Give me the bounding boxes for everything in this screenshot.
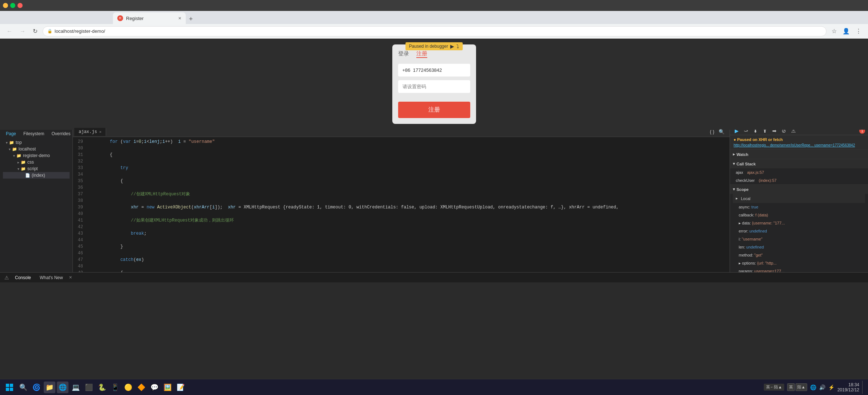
tree-item-css[interactable]: ▸ 📁 css [3,159,70,165]
scope-item-i[interactable]: i: "username" [736,235,862,243]
code-format-icon[interactable]: { } [708,128,716,136]
close-code-tab-icon[interactable]: ✕ [99,130,101,134]
folder-icon-script: 📁 [21,167,26,171]
scope-item-error[interactable]: error: undefined [736,227,862,235]
tab-title: Register [126,16,144,21]
taskbar-icon-android[interactable]: 📱 [109,382,121,393]
password-input[interactable] [398,80,470,93]
scope-item-params[interactable]: params: username=177... [736,267,862,272]
tray-icon-volume[interactable]: 🔊 [819,384,825,390]
tree-item-localhost[interactable]: ▾ 📁 localhost [3,146,70,152]
svg-rect-0 [6,384,9,387]
tabs-bar: R Register ✕ + [0,11,868,24]
scope-item-callback[interactable]: callback: f (data) [736,211,862,219]
scope-item-len[interactable]: len: undefined [736,243,862,251]
resume-icon[interactable]: ▶ [450,43,454,49]
file-tree-header: Page Filesystem Overrides » [3,130,70,138]
scope-section: ▾ Scope ▸ Local async: true callback: f … [730,185,868,272]
nav-icons: ☆ 👤 ⋮ [829,26,864,36]
im-btn-chinese[interactable]: 陌▲ [796,383,807,391]
refresh-button[interactable]: ↻ [31,26,40,36]
tray-icon-battery[interactable]: ⚡ [828,384,834,390]
taskbar-icon-photoshop[interactable]: 🖼️ [162,382,173,393]
taskbar-icon-sublime[interactable]: 🟡 [122,382,134,393]
svg-rect-2 [6,388,9,391]
im-btn-english[interactable]: 英 [787,383,795,391]
tab-login[interactable]: 登录 [398,50,409,58]
debugger-badge-text: Paused in debugger [409,44,448,49]
tree-arrow-localhost: ▾ [9,147,11,151]
code-area[interactable]: 2930313233 3435363738 3940414243 4445464… [73,137,730,272]
scope-item-method[interactable]: method: "get" [736,251,862,259]
code-search-icon[interactable]: 🔍 [717,128,726,136]
code-tab-ajax[interactable]: ajax.js ✕ [74,128,106,136]
scope-item-options[interactable]: ▸ options: {url: "http... [736,259,862,267]
taskbar-icon-wechat[interactable]: 💬 [149,382,160,393]
tree-item-register-demo[interactable]: ▾ 📁 register-demo [3,152,70,159]
scope-header[interactable]: ▾ Scope [730,185,868,194]
call-stack-item-checkuser[interactable]: checkUser (index):57 [733,176,865,184]
local-label: Local [741,196,750,201]
file-icon-index: 📄 [25,173,30,178]
taskbar-icon-cortana[interactable]: 🌀 [31,382,42,393]
bottom-close-icon[interactable]: ✕ [69,275,72,280]
paused-title: ● Paused on XHR or fetch [734,137,864,142]
back-button[interactable]: ← [4,27,15,36]
taskbar-icon-vscode[interactable]: 💻 [70,382,82,393]
tree-arrow-register-demo: ▾ [13,154,15,158]
scope-item-async[interactable]: async: true [736,203,862,211]
form-tabs: 登录 注册 [398,50,470,58]
scope-item-data[interactable]: ▸ data: {username: "177... [736,219,862,227]
windows-logo-icon [6,384,13,391]
show-desktop-button[interactable] [862,381,865,394]
tree-label-css: css [27,160,34,165]
file-tab-page[interactable]: Page [3,130,19,138]
tab-register[interactable]: 注册 [416,50,427,58]
tray-icon-network[interactable]: 🌐 [810,384,816,390]
watch-section: ▸ Watch [730,150,868,159]
tree-item-top[interactable]: ▾ 📁 top [3,139,70,146]
taskbar-icon-chrome[interactable]: 🌐 [57,382,68,393]
bottom-tab-whats-new[interactable]: What's New [37,274,66,281]
menu-button[interactable]: ⋮ [853,26,864,36]
step-icon[interactable]: ⤵ [456,43,459,49]
tab-close-icon[interactable]: ✕ [178,16,181,21]
tree-item-index[interactable]: ▸ 📄 (index) [3,172,70,179]
new-tab-button[interactable]: + [186,14,196,24]
watch-header[interactable]: ▸ Watch [730,150,868,159]
file-tab-filesystem[interactable]: Filesystem [20,130,47,138]
taskbar-icon-git[interactable]: 🔶 [135,382,147,393]
close-button[interactable]: ✕ [17,3,23,8]
browser-tab-register[interactable]: R Register ✕ [113,12,186,24]
taskbar-icon-terminal[interactable]: ⬛ [83,382,95,393]
tree-label-top: top [16,140,22,145]
submit-register-button[interactable]: 注册 [398,102,470,118]
code-content[interactable]: for (var i=0;i<lenj;i++) i = "username" … [86,137,730,272]
call-stack-item-ajax[interactable]: ajax ajax.js:57 [733,168,865,176]
taskbar-icon-files[interactable]: 📁 [44,382,55,393]
local-arrow-icon: ▸ [736,196,738,201]
bottom-tab-console[interactable]: Console [12,274,34,281]
restore-button[interactable]: □ [10,3,15,8]
taskbar-icon-notepad[interactable]: 📝 [175,382,186,393]
ime-indicator[interactable]: 英←陌▲ [764,384,784,391]
devtools-body: Page Filesystem Overrides » ▾ 📁 top ▾ 📁 … [0,127,868,272]
call-stack-header[interactable]: ▾ Call Stack [730,159,868,168]
url-bar[interactable]: 🔒 localhost/register-demo/ [43,26,826,36]
taskbar-icon-search[interactable]: 🔍 [17,382,29,393]
local-scope-header[interactable]: ▸ Local [733,194,865,203]
forward-button[interactable]: → [17,27,28,36]
paused-link[interactable]: http://localhost/regis... demo/server/is… [734,143,864,147]
start-button[interactable] [3,381,16,394]
phone-input[interactable] [398,64,470,77]
minimize-button[interactable]: − [3,3,8,8]
taskbar-clock[interactable]: 18:34 2019/12/12 [837,382,859,392]
bookmark-button[interactable]: ☆ [829,26,839,36]
call-stack-section: ▾ Call Stack ajax ajax.js:57 checkUser (… [730,159,868,185]
file-tree-panel: Page Filesystem Overrides » ▾ 📁 top ▾ 📁 … [0,127,73,272]
call-stack-ajax-name: ajax [736,170,743,175]
taskbar-icon-python[interactable]: 🐍 [96,382,108,393]
account-button[interactable]: 👤 [840,26,852,36]
file-tab-overrides[interactable]: Overrides [48,130,73,138]
tree-item-script[interactable]: ▾ 📁 script [3,165,70,172]
